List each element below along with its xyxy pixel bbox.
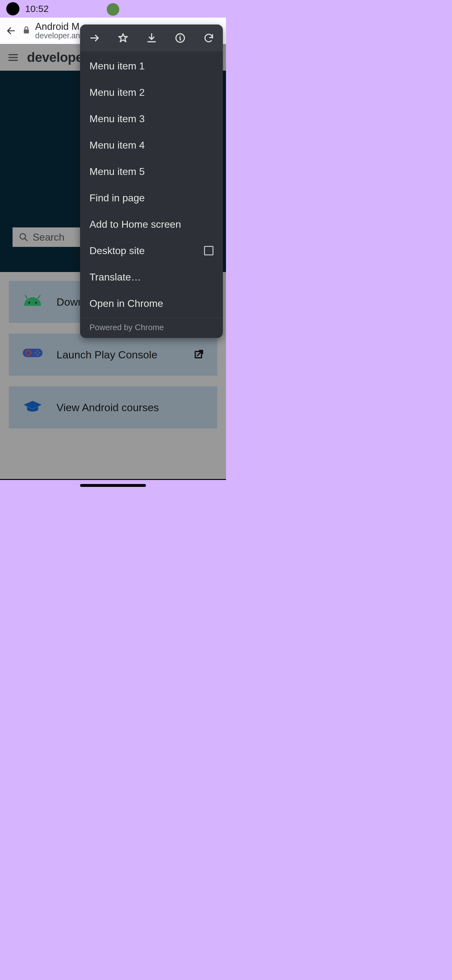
menu-item-5[interactable]: Menu item 5 [80, 158, 223, 185]
camera-center [107, 3, 119, 16]
menu-item-translate[interactable]: Translate… [80, 264, 223, 290]
menu-item-4[interactable]: Menu item 4 [80, 132, 223, 158]
menu-list: Menu item 1 Menu item 2 Menu item 3 Menu… [80, 51, 223, 318]
page-title: Android M [35, 21, 80, 32]
menu-item-1[interactable]: Menu item 1 [80, 53, 223, 79]
bookmark-icon[interactable] [116, 31, 130, 45]
checkbox-unchecked-icon[interactable] [204, 246, 213, 255]
menu-item-add-home[interactable]: Add to Home screen [80, 211, 223, 237]
page-url: developer.an [35, 32, 80, 40]
nav-bar-pill[interactable] [80, 484, 146, 487]
status-bar: 10:52 [0, 0, 226, 18]
svg-rect-2 [24, 29, 29, 33]
menu-footer: Powered by Chrome [80, 318, 223, 338]
overflow-menu: Menu item 1 Menu item 2 Menu item 3 Menu… [80, 24, 223, 338]
menu-item-3[interactable]: Menu item 3 [80, 105, 223, 132]
menu-item-desktop-site[interactable]: Desktop site [80, 237, 223, 264]
forward-icon[interactable] [87, 31, 102, 45]
menu-item-2[interactable]: Menu item 2 [80, 79, 223, 105]
address-bar[interactable]: Android M developer.an [35, 21, 80, 40]
back-button[interactable] [5, 24, 17, 37]
info-icon[interactable] [173, 31, 187, 45]
menu-item-find-in-page[interactable]: Find in page [80, 185, 223, 211]
menu-icon-row [80, 24, 223, 51]
camera-cutout [6, 2, 19, 15]
lock-icon [22, 26, 31, 36]
status-clock: 10:52 [25, 3, 49, 14]
menu-item-open-chrome[interactable]: Open in Chrome [80, 290, 223, 317]
download-icon[interactable] [144, 31, 159, 45]
refresh-icon[interactable] [201, 31, 216, 45]
